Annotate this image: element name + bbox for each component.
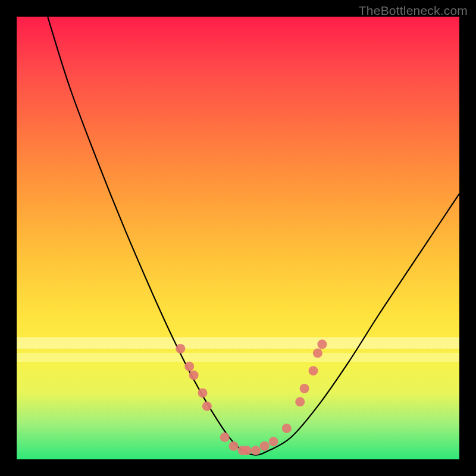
marker-group: [176, 340, 327, 456]
marker-dot: [189, 371, 199, 380]
marker-dot: [220, 433, 230, 442]
plot-area: [17, 17, 459, 459]
chart-frame: TheBottleneck.com: [0, 0, 476, 476]
bottleneck-curve: [48, 17, 459, 455]
marker-dot: [269, 437, 278, 446]
curve-layer: [17, 17, 459, 459]
watermark-text: TheBottleneck.com: [359, 4, 468, 18]
marker-dot: [295, 397, 305, 406]
marker-dot: [313, 348, 322, 358]
marker-dot: [242, 446, 252, 455]
marker-dot: [229, 441, 239, 451]
marker-dot: [198, 388, 208, 397]
marker-dot: [176, 344, 185, 353]
marker-dot: [202, 402, 212, 411]
marker-dot: [300, 384, 309, 393]
marker-dot: [282, 424, 292, 433]
marker-dot: [184, 362, 194, 371]
marker-dot: [317, 340, 327, 349]
marker-dot: [251, 446, 261, 455]
marker-dot: [260, 441, 270, 451]
marker-dot: [309, 366, 318, 375]
